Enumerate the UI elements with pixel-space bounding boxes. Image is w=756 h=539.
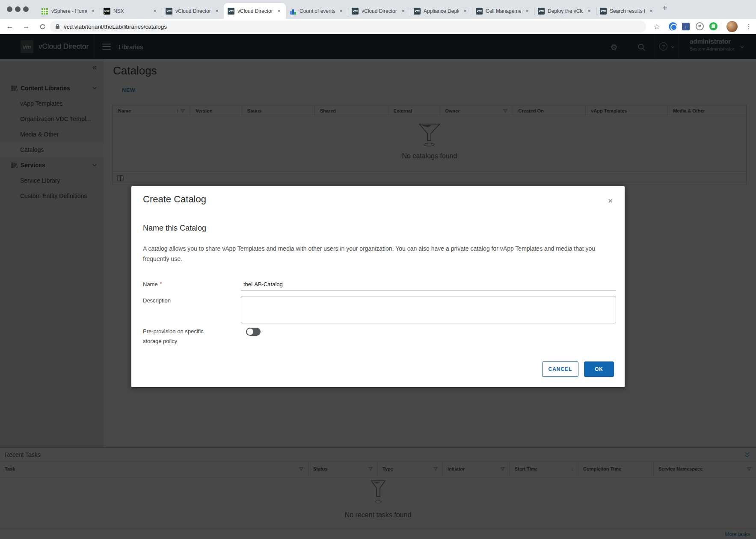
window-close-button[interactable] [7, 6, 12, 12]
tab-close-icon[interactable]: × [90, 8, 96, 14]
tab-title: vCloud Director - [237, 8, 273, 14]
tab-close-icon[interactable]: × [152, 8, 158, 14]
tab-close-icon[interactable]: × [524, 8, 530, 14]
description-field-label: Description [143, 297, 171, 304]
browser-tab-strip: vSphere - Home - × NSX NSX × vm vCloud D… [0, 0, 756, 19]
tab-close-icon[interactable]: × [400, 8, 406, 14]
browser-tab-search-results[interactable]: vm Search results for × [596, 3, 658, 19]
tab-title: NSX [113, 8, 149, 14]
cancel-button[interactable]: CANCEL [542, 361, 578, 377]
vm-favicon: vm [352, 8, 359, 15]
browser-tab-vcloud-active[interactable]: vm vCloud Director - × [224, 3, 286, 19]
reload-icon [39, 24, 46, 30]
window-zoom-button[interactable] [23, 6, 29, 12]
screen: vSphere - Home - × NSX NSX × vm vCloud D… [0, 0, 756, 539]
new-tab-button[interactable]: + [662, 3, 667, 13]
name-field-label: Name* [143, 281, 162, 287]
browser-tab-deploy-vcloud[interactable]: vm Deploy the vClou × [534, 3, 596, 19]
address-bar[interactable]: vcd.vlab/tenant/theLab/libraries/catalog… [50, 21, 646, 33]
tab-title: vCloud Director A [362, 8, 397, 14]
nsx-favicon: NSX [104, 8, 110, 15]
toolbar-divider [722, 22, 722, 31]
close-icon[interactable]: ✕ [608, 197, 613, 205]
browser-toolbar: ← → vcd.vlab/tenant/theLab/libraries/cat… [0, 19, 756, 34]
create-catalog-modal: Create Catalog ✕ Name this Catalog A cat… [131, 186, 625, 387]
browser-tab-vcloud-1[interactable]: vm vCloud Director - × [162, 3, 224, 19]
vm-favicon: vm [476, 8, 483, 15]
tab-close-icon[interactable]: × [648, 8, 654, 14]
reload-button[interactable] [36, 19, 49, 34]
tab-close-icon[interactable]: × [276, 8, 282, 14]
tab-title: Deploy the vClou [548, 8, 583, 14]
tab-title: Cell Management [486, 8, 521, 14]
tab-title: Count of events o [299, 8, 335, 14]
lock-icon [55, 24, 60, 30]
required-marker: * [160, 281, 162, 287]
vm-favicon: vm [600, 8, 607, 15]
tab-title: vSphere - Home - [51, 8, 87, 14]
browser-tab-cell-management[interactable]: vm Cell Management × [472, 3, 534, 19]
modal-description-text: A catalog allows you to share vApp Templ… [143, 243, 616, 264]
onepassword-extension-icon[interactable] [669, 22, 677, 31]
vsphere-favicon [42, 8, 48, 15]
vm-favicon: vm [228, 8, 234, 15]
tab-close-icon[interactable]: × [214, 8, 220, 14]
tab-title: Search results for [610, 8, 645, 14]
preprovision-label: Pre-provision on specific storage policy [143, 326, 216, 346]
url-text: vcd.vlab/tenant/theLab/libraries/catalog… [64, 24, 167, 30]
browser-tab-count-events[interactable]: Count of events o × [286, 3, 348, 19]
window-minimize-button[interactable] [15, 6, 21, 12]
vm-favicon: vm [414, 8, 421, 15]
ip-lookup-extension-icon[interactable]: IP [696, 22, 704, 30]
vcloud-director-app: vm vCloud Director Libraries ⚙ ? adminis… [0, 34, 756, 539]
browser-tab-vcloud-api[interactable]: vm vCloud Director A × [348, 3, 410, 19]
download-extension-icon[interactable]: ↓ [682, 23, 690, 30]
catalog-description-textarea[interactable] [241, 296, 616, 323]
modal-title: Create Catalog [143, 194, 206, 205]
label-text: Name [143, 281, 158, 287]
browser-tab-appliance-deploy[interactable]: vm Appliance Deploy × [410, 3, 472, 19]
tab-close-icon[interactable]: × [338, 8, 344, 14]
green-extension-icon[interactable] [709, 22, 717, 30]
back-button[interactable]: ← [3, 19, 16, 34]
browser-tab-vsphere[interactable]: vSphere - Home - × [38, 3, 100, 19]
chart-favicon [290, 8, 296, 15]
ok-button[interactable]: OK [584, 361, 614, 377]
bookmark-star-icon[interactable]: ☆ [651, 21, 662, 32]
preprovision-toggle[interactable] [246, 328, 261, 336]
tab-close-icon[interactable]: × [462, 8, 468, 14]
browser-menu-icon[interactable]: ⋮ [744, 21, 754, 32]
forward-button[interactable]: → [20, 19, 33, 34]
modal-section-title: Name this Catalog [143, 224, 206, 233]
catalog-name-input[interactable] [241, 278, 616, 290]
vm-favicon: vm [166, 8, 172, 15]
tab-close-icon[interactable]: × [586, 8, 592, 14]
vm-favicon: vm [538, 8, 545, 15]
tab-title: vCloud Director - [175, 8, 211, 14]
browser-profile-avatar[interactable] [726, 21, 738, 32]
browser-tab-nsx[interactable]: NSX NSX × [100, 3, 162, 19]
tab-title: Appliance Deploy [424, 8, 459, 14]
